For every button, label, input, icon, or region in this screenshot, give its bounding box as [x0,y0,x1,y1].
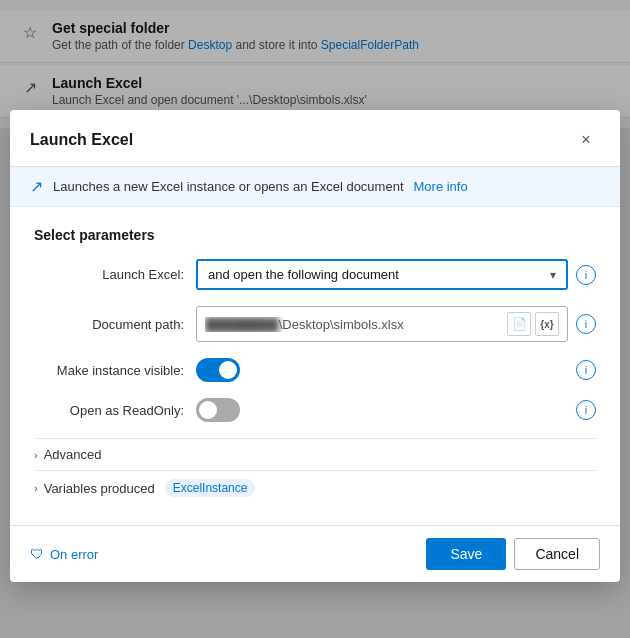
on-error-button[interactable]: 🛡 On error [30,546,98,562]
document-path-info-icon[interactable]: i [576,314,596,334]
variable-button[interactable]: {x} [535,312,559,336]
document-path-row: Document path: ████████\Desktop\simbols.… [34,306,596,342]
launch-excel-control: and open the following document ▾ i [196,259,596,290]
modal-overlay: Launch Excel × ↗ Launches a new Excel in… [0,0,630,638]
launch-excel-value: and open the following document [208,267,399,282]
info-banner: ↗ Launches a new Excel instance or opens… [10,167,620,207]
document-path-label: Document path: [34,317,184,332]
chevron-down-icon: ▾ [550,268,556,282]
make-visible-label: Make instance visible: [34,363,184,378]
open-readonly-info-icon[interactable]: i [576,400,596,420]
launch-excel-dialog: Launch Excel × ↗ Launches a new Excel in… [10,110,620,582]
advanced-section[interactable]: › Advanced [34,438,596,470]
more-info-link[interactable]: More info [414,179,468,194]
make-visible-control: i [196,358,596,382]
shield-icon: 🛡 [30,546,44,562]
close-button[interactable]: × [572,126,600,154]
launch-excel-label: Launch Excel: [34,267,184,282]
save-button[interactable]: Save [426,538,506,570]
on-error-label: On error [50,547,98,562]
arrow-icon: ↗ [30,177,43,196]
modal-title: Launch Excel [30,131,133,149]
document-path-value: ████████\Desktop\simbols.xlsx [205,317,503,332]
document-path-input[interactable]: ████████\Desktop\simbols.xlsx 📄 {x} [196,306,568,342]
open-readonly-control: i [196,398,596,422]
chevron-right-icon-2: › [34,482,38,494]
launch-excel-row: Launch Excel: and open the following doc… [34,259,596,290]
make-visible-info-icon[interactable]: i [576,360,596,380]
document-path-control: ████████\Desktop\simbols.xlsx 📄 {x} i [196,306,596,342]
launch-excel-select[interactable]: and open the following document ▾ [196,259,568,290]
open-readonly-toggle[interactable] [196,398,240,422]
modal-header: Launch Excel × [10,110,620,167]
footer-actions: Save Cancel [426,538,600,570]
modal-footer: 🛡 On error Save Cancel [10,525,620,582]
launch-excel-info-icon[interactable]: i [576,265,596,285]
make-visible-toggle[interactable] [196,358,240,382]
open-readonly-row: Open as ReadOnly: i [34,398,596,422]
advanced-label: Advanced [44,447,102,462]
open-readonly-label: Open as ReadOnly: [34,403,184,418]
excel-instance-badge: ExcelInstance [165,479,256,497]
make-visible-row: Make instance visible: i [34,358,596,382]
info-text: Launches a new Excel instance or opens a… [53,179,404,194]
modal-body: Select parameters Launch Excel: and open… [10,207,620,525]
variables-label: Variables produced [44,481,155,496]
cancel-button[interactable]: Cancel [514,538,600,570]
file-browse-button[interactable]: 📄 [507,312,531,336]
section-title: Select parameters [34,227,596,243]
variables-section[interactable]: › Variables produced ExcelInstance [34,470,596,505]
chevron-right-icon: › [34,449,38,461]
